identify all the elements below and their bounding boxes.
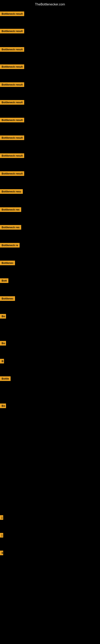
badge-9: Bottleneck result	[0, 153, 24, 158]
badge-10: Bottleneck result	[0, 171, 24, 176]
badge-3: Bottleneck result	[0, 47, 24, 52]
badge-11: Bottleneck resu	[0, 189, 23, 194]
badge-4: Bottleneck result	[0, 64, 24, 69]
badge-1: Bottleneck result	[0, 12, 24, 16]
site-title: TheBottlenecker.com	[0, 1, 100, 8]
badge-25: E	[0, 550, 3, 555]
badge-13: Bottleneck res	[0, 225, 21, 230]
badge-21: Bottle	[0, 376, 11, 381]
badge-20: B	[0, 359, 4, 364]
badge-22: Bo	[0, 404, 6, 408]
badge-6: Bottleneck result	[0, 100, 24, 105]
page-container: TheBottlenecker.com Bottleneck resultBot…	[0, 0, 100, 644]
badge-18: Bo	[0, 314, 6, 318]
badge-16: Bott	[0, 278, 8, 283]
badge-23: |	[0, 515, 3, 520]
badge-12: Bottleneck res	[0, 207, 21, 212]
badge-2: Bottleneck result	[0, 29, 24, 34]
badge-17: Bottlenec	[0, 296, 15, 301]
badge-8: Bottleneck result	[0, 136, 24, 140]
badge-5: Bottleneck result	[0, 82, 24, 87]
badge-7: Bottleneck result	[0, 118, 24, 122]
badge-15: Bottlenec	[0, 260, 15, 265]
badge-24: |	[0, 533, 3, 538]
badge-19: Bo	[0, 341, 6, 346]
badge-14: Bottleneck re	[0, 243, 20, 248]
